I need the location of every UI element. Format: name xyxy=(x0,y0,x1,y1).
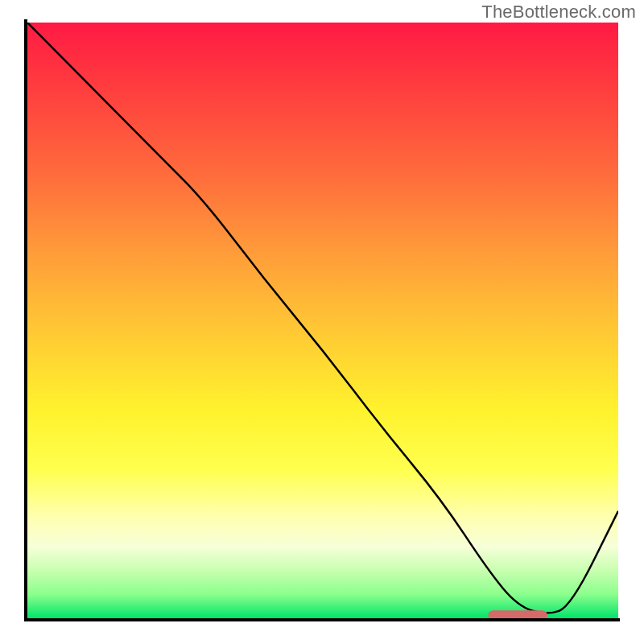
chart-svg xyxy=(27,23,618,618)
watermark-text: TheBottleneck.com xyxy=(481,2,636,23)
chart-root: TheBottleneck.com xyxy=(0,0,644,644)
highlight-segment xyxy=(489,610,547,618)
data-curve xyxy=(27,23,618,613)
x-axis-line xyxy=(24,618,620,621)
plot-area xyxy=(27,23,618,618)
